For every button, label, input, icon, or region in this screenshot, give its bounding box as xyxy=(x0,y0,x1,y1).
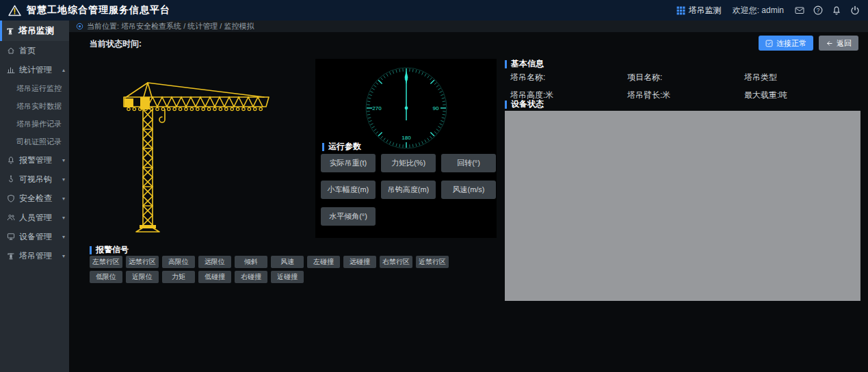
chevron-down-icon: ▾ xyxy=(62,253,65,259)
chevron-down-icon: ▾ xyxy=(62,234,65,240)
breadcrumb-text: 当前位置: 塔吊安全检查系统 / 统计管理 / 监控模拟 xyxy=(87,21,254,31)
sidebar-item-8[interactable]: 塔吊管理▾ xyxy=(0,246,69,265)
bell-icon xyxy=(7,156,15,164)
breadcrumb: 当前位置: 塔吊安全检查系统 / 统计管理 / 监控模拟 xyxy=(69,21,868,32)
svg-text:180: 180 xyxy=(402,135,411,141)
info-field-6: 最大载重:吨 xyxy=(744,90,861,101)
sidebar-nav: 首页统计管理▴塔吊运行监控塔吊实时数据塔吊操作记录司机证照记录报警管理▾可视吊钩… xyxy=(0,41,69,265)
alarm-button[interactable]: 近限位 xyxy=(126,271,159,283)
param-button[interactable]: 回转(°) xyxy=(441,154,496,172)
app-title: 智慧工地综合管理服务信息平台 xyxy=(27,4,170,16)
rotation-gauge: 090180270 xyxy=(355,60,458,156)
location-target-icon xyxy=(76,23,83,30)
sidebar-item-label: 统计管理 xyxy=(19,64,52,76)
sidebar-subitem[interactable]: 塔吊操作记录 xyxy=(0,115,69,133)
alarm-button[interactable]: 近禁行区 xyxy=(416,256,449,268)
param-button[interactable]: 水平倾角(°) xyxy=(321,207,376,226)
back-button[interactable]: 返回 xyxy=(819,36,858,51)
chevron-down-icon: ▾ xyxy=(62,215,65,221)
alarm-button[interactable]: 低限位 xyxy=(90,271,122,283)
sidebar-item-3[interactable]: 报警管理▾ xyxy=(0,150,69,170)
module-switcher[interactable]: 塔吊监测 xyxy=(676,5,722,16)
monitor-panel: 090180270 运行参数 实际吊重(t)力矩比(%)回转(°)小车幅度(m)… xyxy=(315,59,497,238)
params-section-title: 运行参数 xyxy=(322,141,361,152)
alarms-section-title: 报警信号 xyxy=(90,244,129,256)
help-icon[interactable]: ? xyxy=(813,5,823,15)
stats-icon xyxy=(7,66,15,74)
basic-info-title: 基本信息 xyxy=(505,58,544,70)
sidebar-item-5[interactable]: 安全检查▾ xyxy=(0,189,69,208)
warning-triangle-icon xyxy=(8,5,21,16)
welcome-text: 欢迎您: admin xyxy=(733,5,784,16)
tower-crane-illustration xyxy=(90,76,274,237)
alarm-row: 低限位近限位力矩低碰撞右碰撞近碰撞 xyxy=(90,271,449,283)
alarm-button[interactable]: 右碰撞 xyxy=(235,271,267,283)
sidebar-item-7[interactable]: 设备管理▾ xyxy=(0,227,69,246)
sidebar-item-2[interactable]: 统计管理▴ xyxy=(0,60,69,79)
module-label: 塔吊监测 xyxy=(689,5,722,16)
sidebar-header[interactable]: 塔吊监测 xyxy=(0,21,69,41)
info-field-2: 项目名称: xyxy=(627,72,744,83)
sidebar-item-label: 首页 xyxy=(19,45,36,57)
info-field-1: 塔吊名称: xyxy=(510,72,627,83)
check-square-icon xyxy=(765,40,773,47)
alarm-button[interactable]: 力矩 xyxy=(162,271,195,283)
tower-icon xyxy=(6,27,14,35)
alarm-button[interactable]: 远碰撞 xyxy=(343,256,376,268)
topbar-right: 塔吊监测 欢迎您: admin ? xyxy=(676,5,860,16)
sidebar-item-4[interactable]: 可视吊钩▾ xyxy=(0,170,69,189)
alarm-button[interactable]: 左碰撞 xyxy=(307,256,340,268)
mail-icon[interactable] xyxy=(795,5,804,15)
param-button[interactable]: 吊钩高度(m) xyxy=(381,181,436,199)
device-status-panel xyxy=(505,111,860,301)
alarm-button[interactable]: 远禁行区 xyxy=(126,256,159,268)
monitor-icon xyxy=(7,232,15,241)
main-content: 当前状态时间: 连接正常 返回 090180270 xyxy=(69,32,868,372)
sidebar-item-6[interactable]: 人员管理▾ xyxy=(0,208,69,227)
svg-text:?: ? xyxy=(817,8,820,14)
chevron-down-icon: ▾ xyxy=(62,196,65,202)
alarm-button[interactable]: 低碰撞 xyxy=(198,271,231,283)
svg-text:270: 270 xyxy=(372,105,382,111)
param-button[interactable]: 实际吊重(t) xyxy=(321,154,376,172)
sidebar-subitem[interactable]: 塔吊实时数据 xyxy=(0,97,69,115)
sidebar-item-label: 可视吊钩 xyxy=(19,174,52,185)
sidebar: 塔吊监测 首页统计管理▴塔吊运行监控塔吊实时数据塔吊操作记录司机证照记录报警管理… xyxy=(0,21,69,372)
alarm-row: 左禁行区远禁行区高限位远限位倾斜风速左碰撞远碰撞右禁行区近禁行区 xyxy=(90,256,449,268)
arrow-left-icon xyxy=(826,40,833,47)
chevron-down-icon: ▾ xyxy=(62,157,65,163)
connect-status-button[interactable]: 连接正常 xyxy=(759,36,813,51)
alarm-button[interactable]: 左禁行区 xyxy=(90,256,122,268)
chevron-up-icon: ▴ xyxy=(62,67,65,73)
sidebar-subitem[interactable]: 司机证照记录 xyxy=(0,133,69,150)
param-button[interactable]: 风速(m/s) xyxy=(441,181,496,199)
alarm-rows: 左禁行区远禁行区高限位远限位倾斜风速左碰撞远碰撞右禁行区近禁行区低限位近限位力矩… xyxy=(90,256,449,283)
topbar-icons: ? xyxy=(795,5,860,15)
alarm-button[interactable]: 远限位 xyxy=(198,256,231,268)
bell-icon[interactable] xyxy=(832,5,841,15)
alarm-button[interactable]: 右禁行区 xyxy=(380,256,412,268)
param-button[interactable]: 力矩比(%) xyxy=(381,154,436,172)
grid-icon xyxy=(676,6,685,15)
alarm-button[interactable]: 高限位 xyxy=(162,256,195,268)
hook-icon xyxy=(7,175,15,183)
alarm-button[interactable]: 风速 xyxy=(271,256,304,268)
power-icon[interactable] xyxy=(850,5,860,15)
info-field-5: 塔吊臂长:米 xyxy=(627,90,744,101)
param-button[interactable]: 小车幅度(m) xyxy=(321,181,376,199)
params-grid: 实际吊重(t)力矩比(%)回转(°)小车幅度(m)吊钩高度(m)风速(m/s)水… xyxy=(321,154,496,226)
basic-info-grid: 塔吊名称:项目名称:塔吊类型塔吊高度:米塔吊臂长:米最大载重:吨 xyxy=(510,72,868,101)
alarm-button[interactable]: 倾斜 xyxy=(235,256,267,268)
sidebar-header-label: 塔吊监测 xyxy=(18,25,54,37)
svg-text:90: 90 xyxy=(432,105,438,111)
top-actions: 连接正常 返回 xyxy=(759,36,858,51)
sidebar-item-label: 报警管理 xyxy=(19,155,52,166)
chevron-down-icon: ▾ xyxy=(62,176,65,183)
sidebar-item-1[interactable]: 首页 xyxy=(0,41,69,60)
alarm-button[interactable]: 近碰撞 xyxy=(271,271,304,283)
device-status-title: 设备状态 xyxy=(505,98,544,110)
shield-icon xyxy=(7,194,15,202)
gauge-needle xyxy=(404,70,408,120)
status-time-label: 当前状态时间: xyxy=(90,38,142,50)
sidebar-subitem[interactable]: 塔吊运行监控 xyxy=(0,79,69,97)
